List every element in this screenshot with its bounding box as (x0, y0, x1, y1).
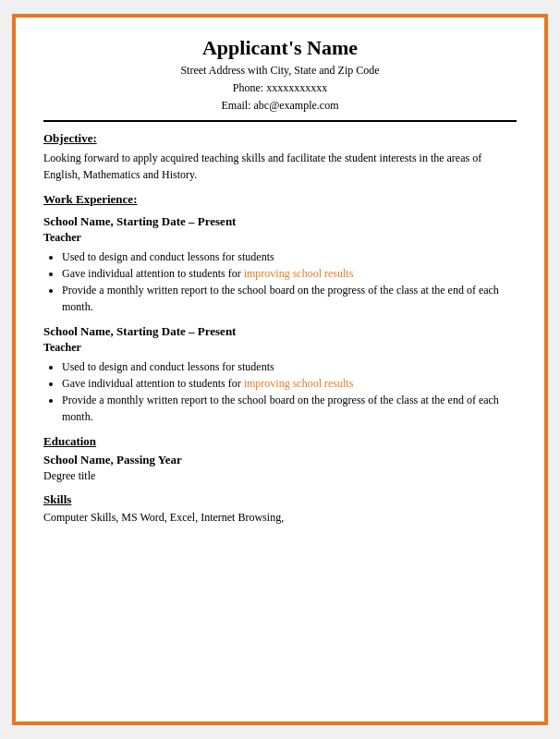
objective-text: Looking forward to apply acquired teachi… (43, 150, 517, 183)
skills-title: Skills (43, 492, 517, 507)
objective-section: Objective: Looking forward to apply acqu… (43, 131, 517, 183)
school-name-1: School Name, Starting Date – Present (43, 214, 517, 229)
bullet-item: Provide a monthly written report to the … (62, 392, 517, 425)
bullet-item: Provide a monthly written report to the … (62, 282, 517, 315)
objective-title: Objective: (43, 131, 517, 146)
resume-container: Applicant's Name Street Address with Cit… (12, 14, 548, 725)
email-value: abc@example.com (253, 99, 338, 112)
email-label: Email: (221, 99, 250, 112)
education-title: Education (43, 434, 517, 449)
bullet-item: Used to design and conduct lessons for s… (62, 248, 517, 265)
resume-header: Applicant's Name Street Address with Cit… (43, 36, 517, 113)
job-title-2: Teacher (43, 341, 517, 355)
phone-value: xxxxxxxxxxx (266, 81, 327, 94)
email-line: Email: abc@example.com (43, 99, 517, 113)
address-line: Street Address with City, State and Zip … (43, 64, 517, 78)
job-bullets-1: Used to design and conduct lessons for s… (62, 248, 517, 315)
bullet-item: Used to design and conduct lessons for s… (62, 358, 517, 375)
skills-text: Computer Skills, MS Word, Excel, Interne… (43, 511, 517, 525)
bullet-item: Gave individual attention to students fo… (62, 265, 517, 282)
education-school: School Name, Passing Year (43, 453, 517, 467)
skills-section: Skills Computer Skills, MS Word, Excel, … (43, 492, 517, 525)
job-entry-2: School Name, Starting Date – Present Tea… (43, 324, 517, 425)
school-name-2: School Name, Starting Date – Present (43, 324, 517, 339)
highlight-text: improving school results (244, 377, 354, 390)
bullet-item: Gave individual attention to students fo… (62, 375, 517, 392)
applicant-name: Applicant's Name (43, 36, 517, 60)
education-section: Education School Name, Passing Year Degr… (43, 434, 517, 483)
job-bullets-2: Used to design and conduct lessons for s… (62, 358, 517, 425)
phone-label: Phone: (233, 81, 263, 94)
job-title-1: Teacher (43, 231, 517, 245)
highlight-text: improving school results (244, 267, 354, 280)
education-degree: Degree title (43, 469, 517, 483)
phone-line: Phone: xxxxxxxxxxx (43, 81, 517, 95)
job-entry-1: School Name, Starting Date – Present Tea… (43, 214, 517, 315)
work-experience-section: Work Experience: School Name, Starting D… (43, 192, 517, 425)
work-experience-title: Work Experience: (43, 192, 517, 207)
header-divider (43, 120, 517, 122)
